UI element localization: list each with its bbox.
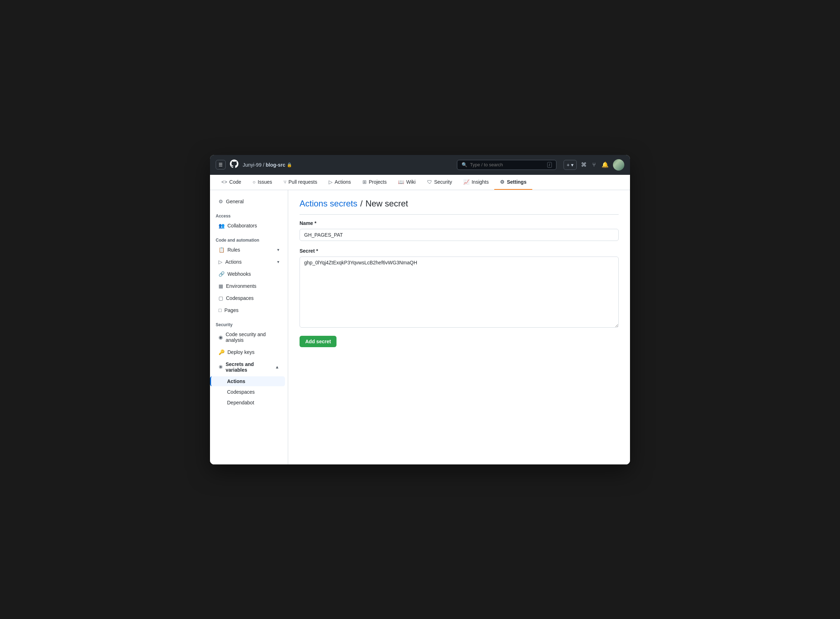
search-shortcut-badge: / <box>547 162 552 168</box>
sidebar-item-environments[interactable]: ▦ Environments <box>213 280 285 292</box>
name-label: Name * <box>299 220 619 226</box>
search-input[interactable] <box>470 162 544 167</box>
tab-projects[interactable]: ⊞ Projects <box>357 175 393 190</box>
rules-chevron-icon: ▾ <box>277 247 279 252</box>
top-bar-actions: + ▾ ⌘ ⑂ 🔔 <box>563 159 624 170</box>
general-icon: ⚙ <box>218 199 223 204</box>
sidebar-item-codespaces[interactable]: ▢ Codespaces <box>213 292 285 304</box>
page-title-suffix: New secret <box>365 199 408 209</box>
search-bar-container: 🔍 / <box>457 160 556 170</box>
sidebar-item-deploy-keys[interactable]: 🔑 Deploy keys <box>213 347 285 358</box>
content-area: Actions secrets / New secret Name * Secr… <box>288 190 630 464</box>
sidebar-section-code-automation: Code and automation <box>210 232 288 244</box>
github-logo <box>230 160 238 170</box>
issues-icon: ○ <box>253 179 256 185</box>
sidebar-item-pages[interactable]: □ Pages <box>213 305 285 316</box>
sidebar-sub-dependabot-label: Dependabot <box>227 400 254 405</box>
sidebar-rules-label: Rules <box>227 247 240 253</box>
sidebar-item-general[interactable]: ⚙ General <box>213 196 285 207</box>
sidebar-webhooks-label: Webhooks <box>227 271 251 277</box>
hamburger-button[interactable]: ☰ <box>216 160 226 169</box>
sidebar-codespaces-label: Codespaces <box>226 295 254 301</box>
actions-icon: ▷ <box>329 179 333 185</box>
code-security-icon: ◉ <box>218 334 223 340</box>
tab-settings[interactable]: ⚙ Settings <box>494 175 532 190</box>
repo-path: Junyi-99 / blog-src 🔒 <box>243 162 292 168</box>
terminal-button[interactable]: ⌘ <box>580 160 588 169</box>
sidebar-pages-label: Pages <box>224 307 238 313</box>
tab-security[interactable]: 🛡 Security <box>421 175 458 190</box>
add-secret-button[interactable]: Add secret <box>299 336 336 347</box>
rules-icon: 📋 <box>218 247 224 253</box>
main-content: ⚙ General Access 👥 Collaborators Code an… <box>210 190 630 464</box>
tab-projects-label: Projects <box>369 179 387 185</box>
repo-name[interactable]: blog-src <box>266 162 285 168</box>
tab-actions-label: Actions <box>335 179 351 185</box>
webhooks-icon: 🔗 <box>218 271 224 277</box>
actions-sidebar-icon: ▷ <box>218 259 223 265</box>
actions-chevron-icon: ▾ <box>277 259 279 265</box>
pull-requests-icon: ⑂ <box>284 179 286 185</box>
sidebar-sub-item-codespaces[interactable]: Codespaces <box>213 387 285 397</box>
tab-issues-label: Issues <box>258 179 272 185</box>
sidebar-collaborators-label: Collaborators <box>227 223 257 229</box>
repo-username[interactable]: Junyi-99 <box>243 162 262 168</box>
secret-form-group: Secret * ghp_0lYqj4ZtExqkP3YqvwsLcB2hef6… <box>299 248 619 329</box>
breadcrumb-separator: / <box>360 199 363 209</box>
secrets-chevron-icon: ▲ <box>275 365 279 369</box>
tab-wiki[interactable]: 📖 Wiki <box>392 175 421 190</box>
tab-security-label: Security <box>434 179 452 185</box>
name-form-group: Name * <box>299 220 619 241</box>
sidebar-code-security-label: Code security and analysis <box>226 332 279 343</box>
name-input[interactable] <box>299 229 619 241</box>
tab-insights-label: Insights <box>472 179 489 185</box>
sidebar-item-code-security[interactable]: ◉ Code security and analysis <box>213 329 285 346</box>
wiki-icon: 📖 <box>398 179 404 185</box>
page-header: Actions secrets / New secret <box>299 199 619 215</box>
sidebar-item-secrets-variables[interactable]: ✳ Secrets and variables ▲ <box>213 359 285 375</box>
environments-icon: ▦ <box>218 283 223 289</box>
sidebar-item-actions[interactable]: ▷ Actions ▾ <box>213 256 285 268</box>
new-button[interactable]: + ▾ <box>563 160 577 170</box>
sidebar: ⚙ General Access 👥 Collaborators Code an… <box>210 190 288 464</box>
tab-pull-requests-label: Pull requests <box>288 179 317 185</box>
collaborators-icon: 👥 <box>218 223 224 229</box>
avatar[interactable] <box>613 159 624 170</box>
sidebar-sub-item-actions[interactable]: Actions <box>210 376 285 386</box>
sidebar-sub-codespaces-label: Codespaces <box>227 389 255 395</box>
tab-code-label: Code <box>229 179 241 185</box>
security-icon: 🛡 <box>427 179 432 185</box>
sidebar-section-access: Access <box>210 208 288 220</box>
code-icon: <> <box>221 179 227 185</box>
secrets-icon: ✳ <box>218 364 223 370</box>
tab-insights[interactable]: 📈 Insights <box>458 175 494 190</box>
pull-requests-icon-button[interactable]: ⑂ <box>591 160 597 169</box>
sidebar-sub-item-dependabot[interactable]: Dependabot <box>213 398 285 408</box>
pages-icon: □ <box>218 307 221 313</box>
deploy-keys-icon: 🔑 <box>218 349 224 355</box>
sidebar-item-collaborators[interactable]: 👥 Collaborators <box>213 220 285 231</box>
page-title: Actions secrets / New secret <box>299 199 619 209</box>
sidebar-general-label: General <box>226 199 244 204</box>
tab-wiki-label: Wiki <box>406 179 416 185</box>
sidebar-sub-actions-label: Actions <box>227 378 245 384</box>
secret-label: Secret * <box>299 248 619 254</box>
projects-icon: ⊞ <box>362 179 367 185</box>
chevron-down-icon: ▾ <box>571 162 574 168</box>
notifications-button[interactable]: 🔔 <box>600 160 610 169</box>
settings-icon: ⚙ <box>500 179 505 185</box>
sidebar-section-security: Security <box>210 317 288 329</box>
breadcrumb-link[interactable]: Actions secrets <box>299 199 357 209</box>
sidebar-actions-label: Actions <box>225 259 242 265</box>
sidebar-environments-label: Environments <box>226 283 257 289</box>
tab-actions[interactable]: ▷ Actions <box>323 175 357 190</box>
search-icon: 🔍 <box>462 162 467 167</box>
tab-code[interactable]: <> Code <box>216 175 247 190</box>
secret-textarea[interactable]: ghp_0lYqj4ZtExqkP3YqvwsLcB2hef6vWG3NmaQH <box>299 257 619 327</box>
sidebar-item-rules[interactable]: 📋 Rules ▾ <box>213 244 285 256</box>
plus-icon: + <box>567 162 569 168</box>
tab-pull-requests[interactable]: ⑂ Pull requests <box>278 175 323 190</box>
tab-issues[interactable]: ○ Issues <box>247 175 278 190</box>
lock-icon: 🔒 <box>287 162 292 167</box>
sidebar-item-webhooks[interactable]: 🔗 Webhooks <box>213 268 285 280</box>
